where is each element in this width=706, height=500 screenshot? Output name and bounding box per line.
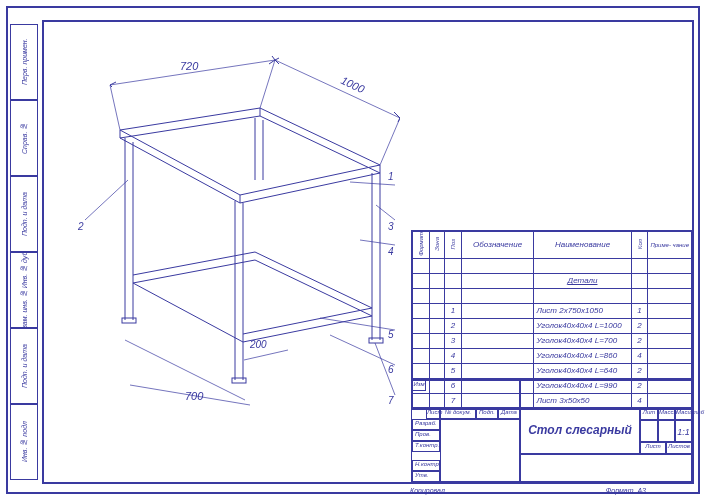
dim-top-w: 720 (180, 60, 199, 72)
table-row: 3Уголок40х40х4 L=7002 (413, 333, 692, 348)
bom-blank-row (413, 288, 692, 303)
svg-line-27 (85, 180, 128, 220)
svg-rect-17 (369, 338, 383, 343)
bom-h-pos: Поз (445, 232, 462, 259)
table-row: 2Уголок40х40х4 L=10002 (413, 318, 692, 333)
bom-section-row: Детали (413, 273, 692, 288)
table-isometric: 720 1000 200 700 1 2 3 4 5 6 7 (50, 30, 400, 410)
table-row: 1Лист 2х750х10501 (413, 303, 692, 318)
callout: 6 (388, 364, 394, 375)
side-column: Перв. примен. Справ. № Подп. и дата Взам… (10, 24, 38, 480)
svg-line-20 (260, 60, 275, 108)
svg-line-21 (275, 60, 400, 118)
callout: 1 (388, 171, 394, 182)
side-label: Взам. инв. № Инв. № дубл (10, 252, 38, 328)
callout: 5 (388, 329, 394, 340)
bom-h-format: Формат (413, 232, 430, 259)
bom-h-note: Приме- чание (648, 232, 692, 259)
svg-line-23 (244, 350, 288, 360)
copy-label: Копировал (410, 487, 445, 494)
svg-line-22 (380, 118, 400, 165)
svg-line-19 (110, 85, 120, 130)
svg-line-14 (243, 308, 372, 334)
svg-line-28 (376, 205, 395, 220)
svg-line-12 (133, 283, 243, 342)
bom-h-designation: Обозначение (461, 232, 534, 259)
drawing-canvas: 720 1000 200 700 1 2 3 4 5 6 7 (50, 30, 400, 410)
side-label: Справ. № (10, 100, 38, 176)
callout: 2 (77, 221, 84, 232)
svg-rect-16 (232, 378, 246, 383)
bom-h-name: Наименование (534, 232, 631, 259)
side-label: Подп. и дата (10, 328, 38, 404)
callout: 4 (388, 246, 394, 257)
side-label: Инв. № подл (10, 404, 38, 480)
page: Перв. примен. Справ. № Подп. и дата Взам… (0, 0, 706, 500)
side-label: Перв. примен. (10, 24, 38, 100)
dim-top-d: 1000 (339, 74, 367, 96)
svg-line-31 (330, 335, 395, 365)
callout: 3 (388, 221, 394, 232)
title-block: Изм Лист № докум. Подп. Дата Разраб. Про… (411, 379, 692, 482)
svg-line-29 (360, 240, 395, 245)
bom-h-qty: Кол (631, 232, 648, 259)
bom-blank-row (413, 258, 692, 273)
dim-shelf: 200 (249, 339, 267, 350)
callout: 7 (388, 395, 394, 406)
table-row: 4Уголок40х40х4 L=8604 (413, 348, 692, 363)
svg-rect-15 (122, 318, 136, 323)
bom-h-zone: Зона (429, 232, 444, 259)
dim-base-w: 700 (185, 390, 204, 402)
scale-value: 1:1 (675, 420, 692, 442)
side-label: Подп. и дата (10, 176, 38, 252)
format-label: Формат А3 (606, 487, 646, 494)
table-row: 5Уголок40х40х4 L=6402 (413, 363, 692, 378)
